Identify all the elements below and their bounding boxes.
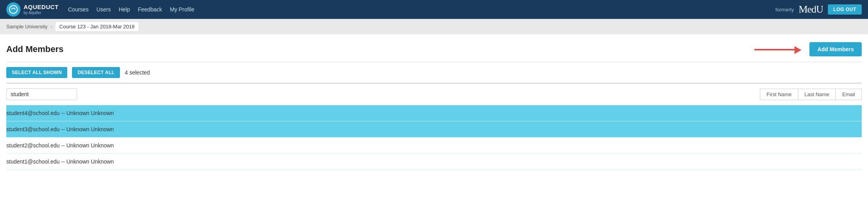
select-all-button[interactable]: SELECT ALL SHOWN	[6, 67, 67, 78]
selected-count: 4 selected	[125, 69, 150, 76]
table-row[interactable]: student2@school.edu -- Unknown Unknown	[6, 138, 862, 154]
formerly-label: formerly	[775, 7, 794, 13]
medu-label: MedU	[798, 4, 823, 15]
page-header: Add Members Add Members	[6, 42, 862, 62]
member-email: student3@school.edu -- Unknown Unknown	[6, 126, 114, 132]
sort-email[interactable]: Email	[836, 89, 862, 100]
logo: AQUEDUCT by Aquifer	[6, 2, 59, 17]
logo-title: AQUEDUCT	[24, 4, 59, 11]
member-email: student2@school.edu -- Unknown Unknown	[6, 142, 114, 149]
member-list: student4@school.edu -- Unknown Unknown s…	[6, 105, 862, 170]
page-content: Add Members Add Members SELECT ALL SHOWN…	[0, 34, 868, 170]
page-title: Add Members	[6, 44, 63, 54]
search-row: First Name Last Name Email	[6, 84, 862, 105]
table-row[interactable]: student4@school.edu -- Unknown Unknown	[6, 105, 862, 121]
users-link[interactable]: Users	[96, 6, 111, 13]
svg-point-0	[9, 6, 17, 13]
table-row[interactable]: student3@school.edu -- Unknown Unknown	[6, 121, 862, 138]
breadcrumb-university[interactable]: Sample University	[6, 24, 48, 30]
selection-bar: SELECT ALL SHOWN DESELECT ALL 4 selected	[6, 62, 862, 84]
member-email: student1@school.edu -- Unknown Unknown	[6, 158, 114, 165]
breadcrumb-separator: ›	[51, 24, 52, 30]
breadcrumb: Sample University › Course 123 - Jan 201…	[0, 19, 868, 34]
sort-headers: First Name Last Name Email	[760, 89, 862, 100]
search-input[interactable]	[6, 88, 77, 100]
sort-firstname[interactable]: First Name	[760, 89, 798, 100]
table-row[interactable]: student1@school.edu -- Unknown Unknown	[6, 154, 862, 170]
logo-icon	[6, 2, 20, 17]
sort-lastname[interactable]: Last Name	[798, 89, 836, 100]
help-link[interactable]: Help	[119, 6, 130, 13]
myprofile-link[interactable]: My Profile	[170, 6, 194, 13]
arrow-icon	[754, 45, 802, 53]
member-email: student4@school.edu -- Unknown Unknown	[6, 110, 114, 116]
breadcrumb-course[interactable]: Course 123 - Jan 2018-Mar 2018	[55, 22, 139, 31]
courses-link[interactable]: Courses	[68, 6, 88, 13]
feedback-link[interactable]: Feedback	[138, 6, 162, 13]
logo-subtitle: by Aquifer	[24, 11, 59, 15]
add-members-area: Add Members	[754, 42, 862, 56]
add-members-button[interactable]: Add Members	[809, 42, 862, 56]
nav-links: Courses Users Help Feedback My Profile	[68, 6, 775, 13]
navbar: AQUEDUCT by Aquifer Courses Users Help F…	[0, 0, 868, 19]
navbar-right: formerly MedU LOG OUT	[775, 4, 862, 15]
deselect-all-button[interactable]: DESELECT ALL	[72, 67, 120, 78]
logout-button[interactable]: LOG OUT	[828, 4, 862, 15]
